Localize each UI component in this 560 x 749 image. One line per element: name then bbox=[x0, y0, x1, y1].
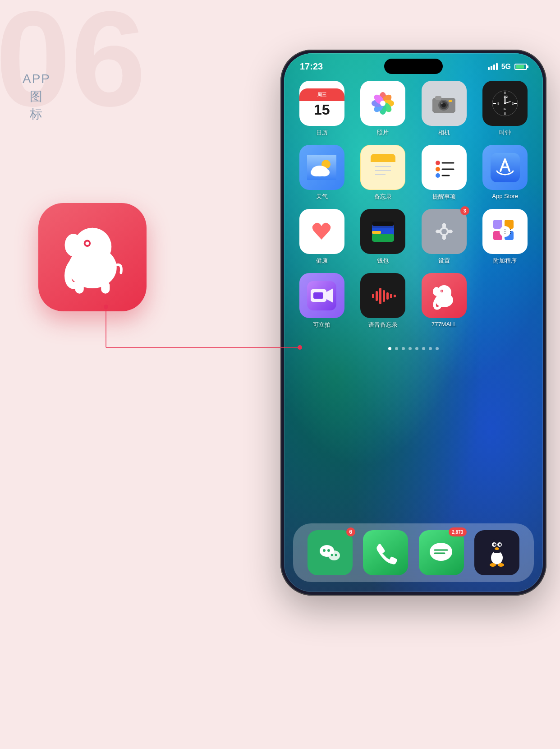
svg-rect-96 bbox=[390, 294, 392, 298]
app-photos-label: 照片 bbox=[377, 129, 389, 137]
phone-mockup: 17:23 5G bbox=[280, 50, 546, 596]
app-extra-label: 附加程序 bbox=[493, 257, 517, 265]
svg-rect-92 bbox=[376, 291, 378, 301]
app-settings[interactable]: 3 设置 bbox=[418, 209, 471, 265]
dock-wechat[interactable]: 6 bbox=[308, 530, 353, 575]
svg-point-54 bbox=[436, 161, 440, 165]
large-app-icon[interactable] bbox=[38, 203, 147, 311]
svg-point-2 bbox=[65, 234, 82, 256]
page-dot-6 bbox=[422, 347, 425, 350]
svg-text:⋮⋮: ⋮⋮ bbox=[502, 228, 513, 235]
app-appstore-label: App Store bbox=[492, 193, 518, 199]
app-weather-label: 天气 bbox=[316, 193, 328, 201]
svg-text:9: 9 bbox=[497, 102, 500, 106]
svg-point-58 bbox=[436, 173, 440, 178]
status-time: 17:23 bbox=[300, 61, 323, 72]
dock-qq[interactable] bbox=[474, 530, 519, 575]
app-wallet-label: 钱包 bbox=[377, 257, 389, 265]
svg-point-106 bbox=[328, 550, 340, 560]
app-notes-label: 备忘录 bbox=[374, 193, 392, 201]
svg-point-121 bbox=[490, 563, 496, 567]
svg-point-56 bbox=[436, 167, 440, 171]
app-camera[interactable]: 相机 bbox=[418, 81, 471, 137]
app-voice-memo[interactable]: 语音备忘录 bbox=[357, 273, 410, 329]
page-dot-8 bbox=[436, 347, 439, 350]
svg-rect-23 bbox=[435, 96, 441, 100]
svg-rect-65 bbox=[372, 231, 381, 234]
page-dot-2 bbox=[395, 347, 398, 350]
app-extra[interactable]: ⋮⋮ 附加程序 bbox=[479, 209, 532, 265]
svg-rect-67 bbox=[372, 222, 394, 226]
svg-rect-95 bbox=[386, 292, 389, 300]
app-camera-label: 相机 bbox=[438, 129, 450, 137]
dynamic-island bbox=[384, 59, 443, 74]
battery-icon bbox=[514, 64, 527, 70]
app-grid-row1: 周三 15 日历 bbox=[284, 74, 543, 336]
svg-point-115 bbox=[490, 539, 504, 553]
dock-messages[interactable]: 2,873 bbox=[419, 530, 464, 575]
svg-point-120 bbox=[495, 547, 499, 550]
app-appstore[interactable]: App Store bbox=[479, 145, 532, 201]
signal-label: 5G bbox=[501, 63, 511, 71]
page-dot-4 bbox=[409, 347, 412, 350]
svg-point-119 bbox=[499, 544, 501, 546]
svg-rect-49 bbox=[371, 159, 395, 162]
svg-point-122 bbox=[498, 563, 504, 567]
app-calendar-label: 日历 bbox=[316, 129, 328, 137]
svg-rect-28 bbox=[449, 100, 452, 102]
app-voice-memo-label: 语音备忘录 bbox=[368, 321, 398, 329]
svg-rect-89 bbox=[313, 292, 323, 299]
svg-rect-93 bbox=[379, 288, 381, 304]
app-weather[interactable]: 天气 bbox=[295, 145, 349, 201]
app-777mall[interactable]: 777MALL bbox=[418, 273, 471, 329]
svg-rect-80 bbox=[493, 220, 502, 229]
svg-point-100 bbox=[433, 287, 440, 296]
signal-bars bbox=[488, 63, 498, 70]
app-777mall-label: 777MALL bbox=[431, 321, 457, 328]
app-wallet[interactable]: 钱包 bbox=[357, 209, 410, 265]
page-dot-1 bbox=[388, 347, 391, 350]
app-settings-label: 设置 bbox=[438, 257, 450, 265]
app-clock[interactable]: 12 6 9 3 时钟 bbox=[479, 81, 532, 137]
page-indicator bbox=[284, 336, 543, 357]
svg-rect-91 bbox=[372, 294, 374, 298]
app-health[interactable]: 健康 bbox=[295, 209, 349, 265]
svg-text:12: 12 bbox=[504, 95, 508, 99]
page-dot-3 bbox=[402, 347, 405, 350]
svg-point-70 bbox=[441, 229, 447, 234]
app-calendar[interactable]: 周三 15 日历 bbox=[295, 81, 349, 137]
svg-text:6: 6 bbox=[504, 107, 506, 111]
app-photos[interactable]: 照片 bbox=[357, 81, 410, 137]
svg-rect-94 bbox=[383, 290, 385, 302]
svg-point-41 bbox=[504, 102, 506, 104]
svg-rect-6 bbox=[101, 282, 110, 294]
svg-point-118 bbox=[493, 544, 496, 546]
app-health-label: 健康 bbox=[316, 257, 328, 265]
svg-point-20 bbox=[380, 101, 386, 106]
svg-rect-53 bbox=[429, 152, 459, 183]
app-clips[interactable]: 可立拍 bbox=[295, 273, 349, 329]
svg-rect-5 bbox=[75, 282, 84, 294]
svg-point-46 bbox=[319, 168, 330, 176]
section-label: APP 图 标 bbox=[23, 70, 50, 123]
svg-point-109 bbox=[430, 543, 452, 561]
app-clock-label: 时钟 bbox=[499, 129, 511, 137]
dock-phone[interactable] bbox=[363, 530, 408, 575]
svg-point-104 bbox=[323, 549, 326, 552]
svg-text:3: 3 bbox=[512, 102, 514, 106]
app-notes[interactable]: 备忘录 bbox=[357, 145, 410, 201]
watermark: 06 bbox=[0, 0, 146, 126]
svg-point-27 bbox=[441, 102, 443, 104]
page-dot-7 bbox=[429, 347, 432, 350]
app-reminders[interactable]: 提醒事项 bbox=[418, 145, 471, 201]
page-dot-5 bbox=[415, 347, 418, 350]
app-clips-label: 可立拍 bbox=[313, 321, 330, 329]
app-reminders-label: 提醒事项 bbox=[432, 193, 456, 201]
svg-point-4 bbox=[86, 241, 89, 245]
svg-point-102 bbox=[441, 290, 442, 291]
svg-point-107 bbox=[331, 554, 333, 556]
svg-rect-66 bbox=[372, 234, 394, 242]
svg-point-105 bbox=[327, 549, 330, 552]
svg-point-108 bbox=[335, 554, 337, 556]
svg-rect-97 bbox=[394, 295, 396, 297]
